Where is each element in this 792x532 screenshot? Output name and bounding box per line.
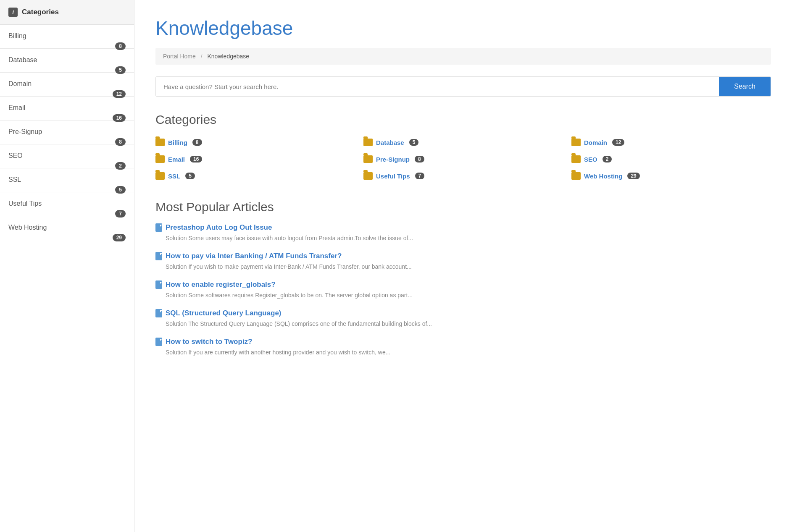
article-item: How to pay via Inter Banking / ATM Funds… <box>155 252 771 271</box>
breadcrumb-current: Knowledgebase <box>207 53 249 60</box>
article-excerpt: Solution If you wish to make payment via… <box>155 262 771 271</box>
doc-icon <box>155 309 162 317</box>
article-excerpt: Solution Some users may face issue with … <box>155 234 771 243</box>
articles-section: Most Popular Articles Prestashop Auto Lo… <box>155 200 771 357</box>
article-item: Prestashop Auto Log Out Issue Solution S… <box>155 223 771 243</box>
sidebar-item-label: Email <box>8 104 126 112</box>
sidebar-title: Categories <box>22 8 59 16</box>
sidebar-item-label: Pre-Signup <box>8 128 126 136</box>
categories-section-title: Categories <box>155 113 771 127</box>
breadcrumb-home[interactable]: Portal Home <box>163 53 196 60</box>
article-title-row: How to switch to Twopiz? <box>155 338 771 346</box>
sidebar-item-database[interactable]: Database 5 <box>0 49 134 73</box>
sidebar-header: i Categories <box>0 0 134 25</box>
article-excerpt: Solution The Structured Query Language (… <box>155 320 771 328</box>
category-badge: 2 <box>603 156 612 162</box>
article-item: SQL (Structured Query Language) Solution… <box>155 309 771 328</box>
category-badge: 29 <box>627 173 639 179</box>
category-item-seo[interactable]: SEO 2 <box>571 153 771 165</box>
folder-icon <box>571 172 581 180</box>
category-badge: 16 <box>190 156 202 162</box>
sidebar-item-email[interactable]: Email 16 <box>0 97 134 121</box>
folder-icon <box>155 139 165 146</box>
breadcrumb-separator: / <box>201 53 203 60</box>
category-item-email[interactable]: Email 16 <box>155 153 355 165</box>
category-item-domain[interactable]: Domain 12 <box>571 136 771 149</box>
doc-icon <box>155 252 162 260</box>
folder-icon <box>571 139 581 146</box>
category-item-ssl[interactable]: SSL 5 <box>155 170 355 182</box>
category-badge: 5 <box>409 139 419 146</box>
article-link[interactable]: How to enable register_globals? <box>166 280 276 289</box>
article-excerpt: Solution If you are currently with anoth… <box>155 348 771 357</box>
doc-icon <box>155 280 162 289</box>
article-link[interactable]: Prestashop Auto Log Out Issue <box>166 223 272 232</box>
article-title-row: How to enable register_globals? <box>155 280 771 289</box>
sidebar-item-web-hosting[interactable]: Web Hosting 29 <box>0 216 134 240</box>
sidebar-item-pre-signup[interactable]: Pre-Signup 8 <box>0 121 134 144</box>
article-title-row: How to pay via Inter Banking / ATM Funds… <box>155 252 771 260</box>
sidebar-item-label: Useful Tips <box>8 200 126 207</box>
page-title: Knowledgebase <box>155 17 771 39</box>
article-item: How to enable register_globals? Solution… <box>155 280 771 300</box>
categories-grid: Billing 8 Database 5 Domain 12 Email 16 … <box>155 136 771 182</box>
category-link[interactable]: Useful Tips <box>376 173 410 180</box>
article-excerpt: Solution Some softwares requires Registe… <box>155 291 771 300</box>
sidebar-item-label: Web Hosting <box>8 224 126 231</box>
article-link[interactable]: How to pay via Inter Banking / ATM Funds… <box>166 252 342 260</box>
category-item-useful-tips[interactable]: Useful Tips 7 <box>363 170 563 182</box>
sidebar-item-label: Billing <box>8 32 126 40</box>
search-bar: Search <box>155 76 771 97</box>
category-item-database[interactable]: Database 5 <box>363 136 563 149</box>
folder-icon <box>155 172 165 180</box>
category-link[interactable]: Database <box>376 139 404 146</box>
category-link[interactable]: Domain <box>584 139 607 146</box>
category-item-billing[interactable]: Billing 8 <box>155 136 355 149</box>
category-badge: 5 <box>185 173 195 179</box>
sidebar: i Categories Billing 8 Database 5 Domain… <box>0 0 134 532</box>
info-icon: i <box>8 8 18 17</box>
article-title-row: Prestashop Auto Log Out Issue <box>155 223 771 232</box>
sidebar-items-list: Billing 8 Database 5 Domain 12 Email 16 … <box>0 25 134 240</box>
search-input[interactable] <box>156 77 719 96</box>
sidebar-item-badge: 29 <box>113 234 126 241</box>
folder-icon <box>363 139 373 146</box>
sidebar-item-label: Database <box>8 56 126 64</box>
doc-icon <box>155 223 162 232</box>
category-link[interactable]: Email <box>168 156 185 163</box>
folder-icon <box>155 155 165 163</box>
category-link[interactable]: Billing <box>168 139 187 146</box>
articles-list: Prestashop Auto Log Out Issue Solution S… <box>155 223 771 357</box>
popular-articles-title: Most Popular Articles <box>155 200 771 214</box>
sidebar-item-domain[interactable]: Domain 12 <box>0 73 134 97</box>
folder-icon <box>363 172 373 180</box>
folder-icon <box>571 155 581 163</box>
sidebar-item-ssl[interactable]: SSL 5 <box>0 168 134 192</box>
category-item-pre-signup[interactable]: Pre-Signup 8 <box>363 153 563 165</box>
folder-icon <box>363 155 373 163</box>
article-link[interactable]: How to switch to Twopiz? <box>166 338 253 346</box>
category-badge: 8 <box>415 156 424 162</box>
category-link[interactable]: SSL <box>168 173 180 180</box>
article-title-row: SQL (Structured Query Language) <box>155 309 771 317</box>
category-item-web-hosting[interactable]: Web Hosting 29 <box>571 170 771 182</box>
category-badge: 8 <box>192 139 202 146</box>
search-button[interactable]: Search <box>719 77 771 96</box>
sidebar-item-billing[interactable]: Billing 8 <box>0 25 134 49</box>
sidebar-item-label: SSL <box>8 176 126 183</box>
category-badge: 7 <box>415 173 425 179</box>
category-link[interactable]: SEO <box>584 156 597 163</box>
sidebar-item-label: SEO <box>8 152 126 160</box>
sidebar-item-label: Domain <box>8 80 126 88</box>
main-content: Knowledgebase Portal Home / Knowledgebas… <box>134 0 792 532</box>
breadcrumb: Portal Home / Knowledgebase <box>155 48 771 65</box>
article-item: How to switch to Twopiz? Solution If you… <box>155 338 771 357</box>
article-link[interactable]: SQL (Structured Query Language) <box>166 309 282 317</box>
doc-icon <box>155 338 162 346</box>
category-link[interactable]: Web Hosting <box>584 173 622 180</box>
sidebar-item-useful-tips[interactable]: Useful Tips 7 <box>0 192 134 216</box>
category-link[interactable]: Pre-Signup <box>376 156 410 163</box>
category-badge: 12 <box>612 139 624 146</box>
sidebar-item-seo[interactable]: SEO 2 <box>0 144 134 168</box>
